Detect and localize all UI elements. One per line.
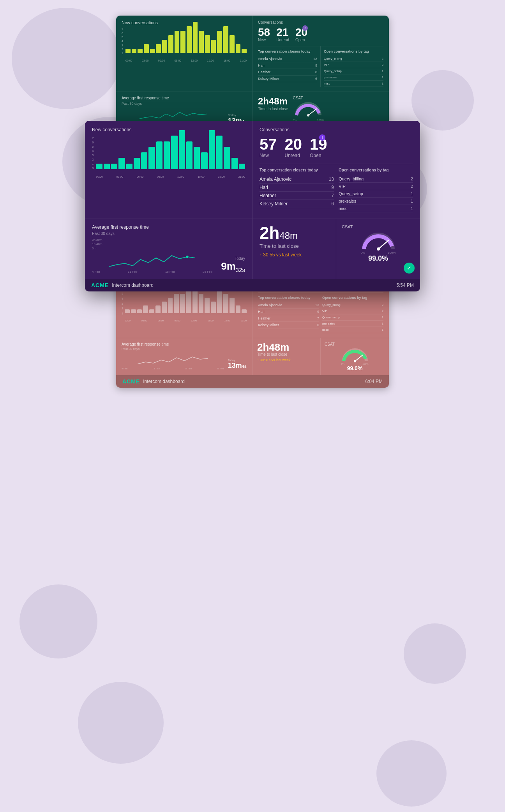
list-item: Query_setup1 xyxy=(322,314,383,321)
bar xyxy=(242,309,247,313)
salmon-bar-chart xyxy=(125,292,247,320)
bar xyxy=(239,164,245,169)
bar xyxy=(134,158,140,169)
bar xyxy=(216,136,222,169)
bar xyxy=(104,164,110,169)
list-item: Query_setup1 xyxy=(339,190,413,198)
purple-avg-title: Average first response time xyxy=(92,224,245,230)
bar xyxy=(223,26,228,53)
salmon-avg-chart xyxy=(122,352,224,366)
list-item: VIP2 xyxy=(339,183,413,190)
purple-closers-list: Amela Ajanovic13Hari9Heather7Kelsey Miln… xyxy=(260,175,334,208)
svg-point-6 xyxy=(354,360,356,362)
bar xyxy=(156,44,161,53)
bar xyxy=(125,49,131,53)
bar xyxy=(162,302,167,313)
checkmark-badge: ✓ xyxy=(404,263,415,274)
purple-unread-stat: 20 Unread xyxy=(285,136,302,158)
bar xyxy=(162,40,167,53)
purple-closers-title: Top conversation closers today xyxy=(260,168,334,172)
purple-new-stat: 57 New xyxy=(260,136,277,158)
svg-point-1 xyxy=(307,114,309,117)
green-bar-chart xyxy=(125,28,247,59)
salmon-csat-gauge xyxy=(341,348,369,363)
salmon-footer-time: 6:04 PM xyxy=(365,379,383,384)
bar xyxy=(179,130,185,169)
svg-point-2 xyxy=(186,256,189,258)
bar xyxy=(199,294,204,313)
open-alert-badge: ! xyxy=(302,25,308,31)
green-csat-gauge xyxy=(293,102,324,117)
green-chart-title: New conversations xyxy=(122,20,247,25)
list-item: Heather7 xyxy=(258,315,319,322)
list-item: misc1 xyxy=(322,327,383,333)
bar xyxy=(175,31,180,53)
bar xyxy=(96,164,102,169)
bar xyxy=(111,164,117,169)
bar xyxy=(217,290,222,313)
bar xyxy=(143,305,148,313)
purple-chart-title: New conversations xyxy=(92,127,245,132)
green-open-stat: ! 20 Open xyxy=(295,27,307,42)
list-item: Heather7 xyxy=(260,192,334,200)
list-item: Query_billing2 xyxy=(322,302,383,308)
bar xyxy=(194,147,200,169)
green-tags-list: Query_billing2VIP2Query_setup1pre-sales1… xyxy=(324,56,383,87)
purple-closers-section: Top conversation closers today Amela Aja… xyxy=(260,168,334,212)
purple-vs-text: ↑ 30:55 vs last week xyxy=(260,252,329,258)
green-new-stat: 58 New xyxy=(258,27,270,42)
purple-footer: ACME Intercom dashboard 5:54 PM xyxy=(85,279,420,291)
bar xyxy=(180,294,185,313)
bar xyxy=(156,141,162,169)
purple-dashboard-name: Intercom dashboard xyxy=(112,282,154,288)
salmon-tags-list: Query_billing2VIP2Query_setup1pre-sales1… xyxy=(322,302,383,333)
bar xyxy=(224,147,230,169)
list-item: Query_billing2 xyxy=(324,56,383,62)
bar xyxy=(236,44,241,53)
bar xyxy=(174,294,179,313)
salmon-time-close: 2h48m Time to last close ↑ 30:31s vs las… xyxy=(252,338,321,375)
purple-acme-logo: ACME xyxy=(91,282,109,288)
list-item: misc1 xyxy=(324,81,383,87)
bar xyxy=(132,49,137,53)
purple-tags-title: Open conversations by tag xyxy=(339,168,413,172)
salmon-csat: CSAT 0%100% 99.0% xyxy=(321,338,389,375)
bar xyxy=(125,309,130,313)
purple-x-labels: 00:00 03:00 06:00 09:00 12:00 15:00 18:0… xyxy=(96,175,245,178)
bar xyxy=(242,49,247,53)
bar xyxy=(171,136,177,169)
bar xyxy=(118,158,125,169)
bar xyxy=(231,158,238,169)
bar xyxy=(223,294,228,313)
list-item: Kelsey Milner6 xyxy=(258,322,319,328)
list-item: Amela Ajanovic13 xyxy=(260,175,334,184)
purple-tags-list: Query_billing2VIP2Query_setup1pre-sales1… xyxy=(339,175,413,212)
bar xyxy=(186,290,191,313)
list-item: Query_setup1 xyxy=(324,68,383,74)
green-closers-list: Amela Ajanovic13Hari9Heather8Kelsey Miln… xyxy=(258,56,317,82)
list-item: Query_billing2 xyxy=(339,175,413,183)
bar xyxy=(236,305,241,313)
purple-bar-chart xyxy=(96,136,245,175)
bar xyxy=(180,31,185,53)
bar xyxy=(138,49,143,53)
purple-csat-gauge xyxy=(361,231,396,251)
salmon-dashboard-card: New conversations 5 4 3 2 1 xyxy=(116,280,389,388)
list-item: Kelsey Milner6 xyxy=(258,76,317,82)
salmon-tags-section: Open conversations by tag Query_billing2… xyxy=(322,296,383,333)
green-x-labels: 00:00 03:00 06:00 09:00 12:00 15:00 18:0… xyxy=(125,59,247,62)
bar xyxy=(211,40,216,53)
list-item: VIP2 xyxy=(322,308,383,314)
svg-line-5 xyxy=(355,355,363,361)
green-avg-line-chart xyxy=(122,107,224,121)
list-item: Heather8 xyxy=(258,69,317,76)
purple-tags-section: Open conversations by tag Query_billing2… xyxy=(339,168,413,212)
bar xyxy=(144,44,149,53)
bar xyxy=(230,35,235,53)
green-closers-title: Top conversation closers today xyxy=(258,49,317,53)
green-unread-stat: 21 Unread xyxy=(276,27,289,42)
bar xyxy=(209,130,215,169)
bar xyxy=(137,309,142,313)
bar xyxy=(148,147,155,169)
salmon-dashboard-name: Intercom dashboard xyxy=(143,379,185,384)
